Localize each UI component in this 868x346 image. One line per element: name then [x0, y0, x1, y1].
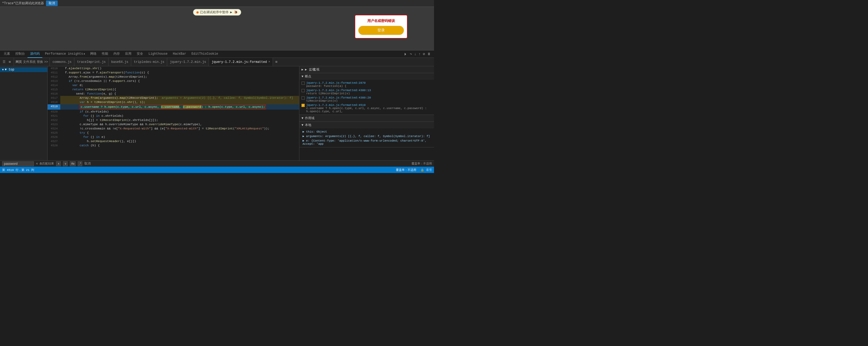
scope-section: ▼ 作用域	[299, 115, 434, 122]
paused-text: 已在调试程序中暂停	[200, 10, 228, 14]
tab-memory[interactable]: 内存	[111, 50, 122, 58]
status-right: 覆盖率：不适用 🔒 看雪	[396, 168, 432, 172]
login-dialog: 用户名或密码错误 登录	[355, 15, 408, 39]
regex-btn[interactable]: .*	[78, 161, 82, 166]
step-over-icon[interactable]: ↷	[410, 52, 412, 56]
scope-header[interactable]: ▼ 作用域	[299, 115, 434, 122]
code-lines: 4510 f.ajaxSettings.xhr() 4511 f.support…	[48, 66, 299, 160]
tree-item-top[interactable]: ▼ ▼ top	[0, 67, 47, 72]
nav-webpage[interactable]: 网页	[16, 60, 22, 64]
resume-debug-icon[interactable]: ⏵	[404, 52, 408, 56]
status-bar: 第 4519 行，第 21 列 覆盖率：不适用 🔒 看雪	[0, 167, 434, 173]
bp-checkbox-4[interactable]: ✓	[302, 104, 305, 107]
scope-this[interactable]: ▶ this: Object	[302, 130, 432, 134]
file-tab-traceimprint[interactable]: traceImprint.js	[74, 58, 108, 66]
search-cancel-button[interactable]: 取消	[84, 161, 91, 166]
scope-label: 作用域	[305, 116, 314, 120]
tab-performance-insights[interactable]: Performance insights ▲	[42, 50, 88, 58]
bp-item-4: ✓ jquery-1.7.2.min.js:formatted:4519c.us…	[302, 103, 432, 113]
more-files-icon[interactable]: ⊞	[274, 60, 279, 64]
file-tabs: commons.js traceImprint.js base64.js tri…	[50, 58, 434, 66]
local-header[interactable]: ▼ 本地	[299, 122, 434, 128]
code-editor[interactable]: 4510 f.ajaxSettings.xhr() 4511 f.support…	[48, 66, 299, 160]
code-line-4516: 4516 send: function(e, g) {	[48, 92, 299, 96]
case-sensitive-btn[interactable]: Aa	[70, 161, 75, 166]
pause-exceptions-icon[interactable]: ⏸	[427, 52, 431, 56]
paused-badge: 已在调试程序中暂停 ▶ 🐌	[193, 9, 241, 15]
tab-network[interactable]: 网络	[88, 50, 99, 58]
resume-icon[interactable]: ▶	[230, 10, 232, 14]
close-tab-icon[interactable]: ×	[269, 61, 270, 63]
nav-replace[interactable]: 替换	[37, 60, 43, 64]
status-left: 第 4519 行，第 21 列	[2, 168, 34, 172]
cancel-button[interactable]: 取消	[46, 1, 58, 6]
tab-sources[interactable]: 源代码	[28, 50, 42, 58]
right-panel: ▶ ▶ 监视 监视 ▼ 断点 jquery-1.7.2.min.js:forma…	[299, 66, 434, 160]
code-line-4515: 4515 return t2RecordImprint({	[48, 88, 299, 92]
code-line-4521: 4521 for (j in c.xhrFields)	[48, 114, 299, 118]
code-line-4525: 4525 try {	[48, 131, 299, 135]
code-line-4522: 4522 h[j] = t2RecordImprint(c.xhrFields[…	[48, 118, 299, 122]
source-panel-icon[interactable]: ⊞	[7, 60, 12, 64]
file-tab-jquery-min[interactable]: jquery-1.7.2.min.js	[167, 58, 209, 66]
main-area: ▼ ▼ top 4510 f.ajaxSettings.xhr() 4511 f…	[0, 66, 434, 160]
coverage-status: 覆盖率：不适用	[396, 168, 416, 172]
search-input[interactable]	[2, 161, 34, 166]
tree-arrow-icon: ▼	[2, 68, 4, 71]
devtools-tabs: 元素 控制台 源代码 Performance insights ▲ 网络 性能 …	[0, 50, 434, 58]
prev-match-button[interactable]: ∧	[56, 161, 61, 166]
watch-section: ▶ ▶ 监视 监视	[299, 66, 434, 73]
source-nav: 网页 文件系统 替换 >>	[14, 58, 50, 66]
error-message: 用户名或密码错误	[367, 19, 395, 23]
browser-area: 已在调试程序中暂停 ▶ 🐌 用户名或密码错误 登录	[0, 7, 434, 50]
bp-checkbox-2[interactable]	[302, 89, 305, 92]
tab-security[interactable]: 安全	[134, 50, 146, 58]
scope-e[interactable]: ▶ e: {Content-Type: 'application/x-www-f…	[302, 138, 432, 146]
deactivate-bp-icon[interactable]: ⊘	[423, 52, 425, 56]
watch-arrow-icon: ▶	[302, 68, 303, 72]
kanxue-watermark: 🔒 看雪	[421, 168, 432, 172]
tab-lighthouse[interactable]: Lighthouse	[146, 50, 170, 58]
bp-item-3: jquery-1.7.2.min.js:formatted:4380:20t2R…	[302, 96, 432, 103]
watch-label: 监视	[313, 67, 319, 72]
tab-performance[interactable]: 性能	[99, 50, 111, 58]
code-line-4523: 4523 c.mimeType && h.overrideMimeType &&…	[48, 122, 299, 127]
tab-editthiscookie[interactable]: EditThisCookie	[189, 50, 221, 58]
bp-checkbox-3[interactable]	[302, 96, 305, 100]
nav-more[interactable]: >>	[44, 60, 48, 64]
watch-header[interactable]: ▶ ▶ 监视 监视	[299, 66, 434, 73]
tab-hackbar[interactable]: HackBar	[170, 50, 189, 58]
code-line-4527: 4527 h.setRequestHeader(j, e[j])	[48, 139, 299, 143]
line-col-status: 第 4519 行，第 21 列	[2, 168, 34, 172]
code-line-4528: 4528 catch (h) {	[48, 143, 299, 148]
bp-item-2: jquery-1.7.2.min.js:formatted:4380:13ret…	[302, 88, 432, 96]
bp-checkbox-1[interactable]	[302, 81, 305, 85]
trace-text: "Trace"已开始调试此浏览器	[2, 1, 44, 5]
scope-arguments[interactable]: ▶ arguments: Arguments(2) [{…}, f, calle…	[302, 134, 432, 138]
local-content: ▶ this: Object ▶ arguments: Arguments(2)…	[299, 128, 434, 147]
step-out-icon[interactable]: ↑	[418, 52, 421, 56]
code-line-4517: 4517 Array.from(arguments).map(t2RecordI…	[48, 96, 299, 100]
file-tab-base64[interactable]: base64.js	[108, 58, 131, 66]
nav-filesystem[interactable]: 文件系统	[23, 60, 36, 64]
file-tab-tripledes[interactable]: tripledes-min.js	[131, 58, 167, 66]
file-tab-jquery-formatted[interactable]: jquery-1.7.2.min.js:formatted ×	[209, 58, 273, 66]
local-section: ▼ 本地 ▶ this: Object ▶ arguments: Argumen…	[299, 122, 434, 147]
file-tree: ▼ ▼ top	[0, 66, 48, 160]
tab-elements[interactable]: 元素	[1, 50, 13, 58]
code-line-4511: 4511 f.support.ajax = f.ajaxTransport(fu…	[48, 71, 299, 75]
sidebar-toggle-icon[interactable]: ☰	[2, 60, 6, 64]
login-button[interactable]: 登录	[359, 26, 404, 35]
file-tab-commons[interactable]: commons.js	[50, 58, 74, 66]
code-line-4513: 4513 if (!c.crossDomain || f.support.cor…	[48, 79, 299, 83]
breakpoints-header[interactable]: ▼ 断点	[299, 73, 434, 80]
tab-application[interactable]: 应用	[122, 50, 134, 58]
search-results: 4 条匹配结果	[36, 162, 54, 166]
step-into-icon[interactable]: ↓	[414, 52, 416, 56]
search-bar: 4 条匹配结果 ∧ ∨ Aa .* 取消 覆盖率：不适用	[0, 160, 434, 167]
next-match-button[interactable]: ∨	[63, 161, 68, 166]
code-line-4526: 4526 for (j in e)	[48, 135, 299, 139]
step-icon[interactable]: 🐌	[234, 10, 238, 14]
tab-console[interactable]: 控制台	[13, 50, 28, 58]
code-line-4519: 4519 c.username ? h.open(c.type, c.url, …	[48, 104, 299, 110]
